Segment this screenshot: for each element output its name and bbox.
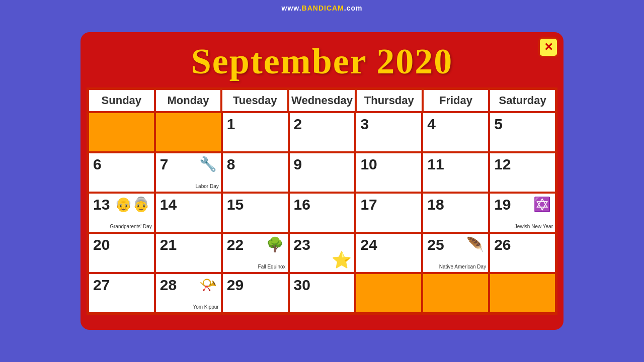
day-cell-11: 11	[422, 152, 489, 193]
day-cell-19: 19✡️Jewish New Year	[489, 193, 556, 233]
day-number: 6	[93, 156, 150, 172]
day-number: 14	[160, 196, 217, 213]
day-cell-26: 26	[489, 233, 556, 273]
day-number: 8	[227, 156, 284, 172]
day-cell-22: 22🌳Fall Equinox	[222, 233, 289, 273]
day-header-thursday: Thursday	[356, 89, 423, 112]
day-cell-6: 6	[88, 152, 155, 193]
event-label: Jewish New Year	[515, 224, 553, 230]
day-header-friday: Friday	[423, 89, 490, 112]
day-number: 18	[427, 196, 484, 213]
day-cell-empty	[422, 273, 489, 313]
day-cell-empty	[489, 273, 556, 313]
day-cell-empty	[155, 112, 222, 152]
day-number: 29	[227, 277, 284, 293]
day-header-sunday: Sunday	[88, 89, 155, 112]
week-row-4: 202122🌳Fall Equinox23⭐2425🪶Native Americ…	[88, 233, 556, 273]
day-number: 2	[294, 116, 351, 132]
day-number: 20	[93, 236, 150, 253]
day-cell-16: 16	[289, 193, 356, 233]
day-cell-21: 21	[155, 233, 222, 273]
event-icon: 🔧	[199, 156, 217, 172]
day-cell-17: 17	[355, 193, 422, 233]
weeks: 1234567🔧Labor Day8910111213👴👵Grandparent…	[88, 112, 556, 313]
day-cell-3: 3	[355, 112, 422, 152]
day-cell-12: 12	[489, 152, 556, 193]
day-number: 11	[427, 156, 484, 172]
event-label: Grandparents' Day	[110, 224, 152, 230]
day-header-saturday: Saturday	[489, 89, 556, 112]
brand-name: BANDICAM	[302, 4, 344, 12]
day-number: 1	[227, 116, 284, 132]
watermark: www.BANDICAM.com	[282, 4, 363, 12]
day-cell-20: 20	[88, 233, 155, 273]
day-cell-29: 29	[222, 273, 289, 313]
day-cell-10: 10	[355, 152, 422, 193]
day-cell-4: 4	[422, 112, 489, 152]
event-label: Yom Kippur	[193, 304, 218, 310]
event-icon: ✡️	[533, 196, 551, 213]
calendar-window: ✕ September 2020 SundayMondayTuesdayWedn…	[80, 32, 564, 330]
day-number: 24	[360, 236, 417, 253]
week-row-1: 12345	[88, 112, 556, 152]
event-label: Fall Equinox	[258, 264, 286, 270]
day-header-monday: Monday	[155, 89, 222, 112]
day-cell-18: 18	[422, 193, 489, 233]
day-cell-9: 9	[289, 152, 356, 193]
day-number: 12	[494, 156, 551, 172]
day-number: 5	[494, 116, 551, 132]
day-cell-14: 14	[155, 193, 222, 233]
day-number: 16	[294, 196, 351, 213]
day-number: 15	[227, 196, 284, 213]
day-number: 21	[160, 236, 217, 253]
day-headers: SundayMondayTuesdayWednesdayThursdayFrid…	[88, 89, 556, 112]
day-header-wednesday: Wednesday	[288, 89, 356, 112]
week-row-5: 2728📯Yom Kippur2930	[88, 273, 556, 313]
month-title: September 2020	[87, 38, 557, 87]
day-cell-1: 1	[222, 112, 289, 152]
day-header-tuesday: Tuesday	[221, 89, 288, 112]
event-icon: 🪶	[466, 236, 484, 253]
event-icon: 📯	[199, 277, 217, 293]
day-cell-2: 2	[289, 112, 356, 152]
day-cell-25: 25🪶Native American Day	[422, 233, 489, 273]
day-cell-empty	[88, 112, 155, 152]
week-row-2: 67🔧Labor Day89101112	[88, 152, 556, 193]
day-number: 17	[360, 196, 417, 213]
star-icon: ⭐	[332, 250, 352, 269]
day-cell-27: 27	[88, 273, 155, 313]
day-cell-23: 23⭐	[289, 233, 356, 273]
day-cell-28: 28📯Yom Kippur	[155, 273, 222, 313]
day-cell-13: 13👴👵Grandparents' Day	[88, 193, 155, 233]
event-label: Labor Day	[196, 184, 219, 190]
event-icon: 🌳	[266, 236, 284, 253]
day-number: 9	[294, 156, 351, 172]
day-cell-empty	[355, 273, 422, 313]
day-cell-15: 15	[222, 193, 289, 233]
calendar-grid: SundayMondayTuesdayWednesdayThursdayFrid…	[87, 87, 557, 315]
day-number: 4	[427, 116, 484, 132]
day-cell-30: 30	[289, 273, 356, 313]
close-button[interactable]: ✕	[538, 37, 558, 57]
day-number: 27	[93, 277, 150, 293]
day-cell-24: 24	[355, 233, 422, 273]
event-label: Native American Day	[439, 264, 486, 270]
event-icon: 👴👵	[115, 196, 150, 213]
day-number: 30	[294, 277, 351, 293]
day-cell-5: 5	[489, 112, 556, 152]
week-row-3: 13👴👵Grandparents' Day141516171819✡️Jewis…	[88, 193, 556, 233]
day-cell-7: 7🔧Labor Day	[155, 152, 222, 193]
day-cell-8: 8	[222, 152, 289, 193]
day-number: 3	[360, 116, 417, 132]
day-number: 26	[494, 236, 551, 253]
day-number: 10	[360, 156, 417, 172]
